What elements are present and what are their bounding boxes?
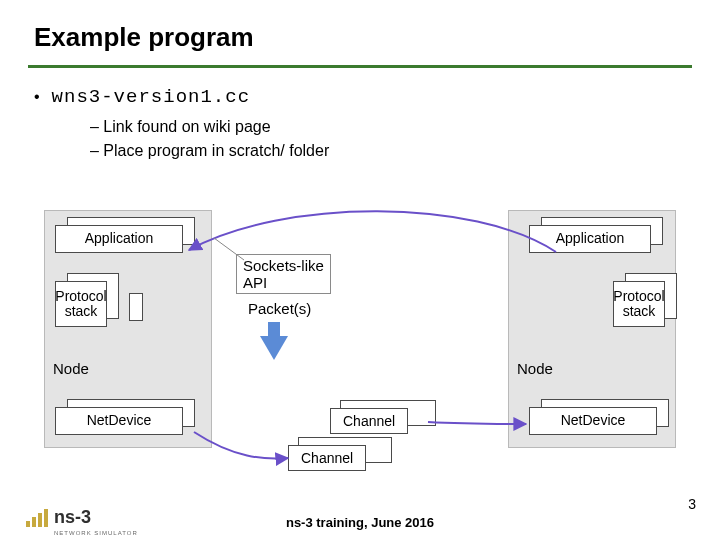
packets-label: Packet(s) (242, 298, 317, 319)
protocol-stack-box: Protocol stack (55, 281, 107, 327)
logo-subtitle: NETWORK SIMULATOR (54, 530, 138, 536)
node-right: Application Protocol stack Node NetDevic… (508, 210, 676, 448)
node-left: Application Protocol stack Node NetDevic… (44, 210, 212, 448)
sub-bullet-list: Link found on wiki page Place program in… (34, 118, 686, 160)
content-area: • wns3-version1.cc Link found on wiki pa… (0, 68, 720, 160)
main-bullet: • wns3-version1.cc (34, 86, 686, 108)
netdevice-box: NetDevice (529, 407, 657, 435)
sub-bullet: Place program in scratch/ folder (90, 142, 686, 160)
channel-box: Channel (330, 408, 408, 434)
node-label: Node (517, 360, 553, 377)
slide-header: Example program (0, 0, 720, 59)
sub-bullet: Link found on wiki page (90, 118, 686, 136)
channel-box: Channel (288, 445, 366, 471)
down-arrow-icon (260, 336, 288, 360)
protocol-stack-box: Protocol stack (613, 281, 665, 327)
packet-box-shadow (129, 293, 143, 321)
application-box: Application (55, 225, 183, 253)
footer-text: ns-3 training, June 2016 (0, 515, 720, 530)
sockets-api-label: Sockets-like API (236, 254, 331, 294)
architecture-diagram: Application Protocol stack Node NetDevic… (44, 210, 676, 470)
bullet-dot: • (34, 88, 40, 106)
page-number: 3 (688, 496, 696, 512)
application-box: Application (529, 225, 651, 253)
netdevice-box: NetDevice (55, 407, 183, 435)
slide-title: Example program (34, 22, 720, 53)
node-label: Node (53, 360, 89, 377)
program-filename: wns3-version1.cc (52, 86, 250, 108)
